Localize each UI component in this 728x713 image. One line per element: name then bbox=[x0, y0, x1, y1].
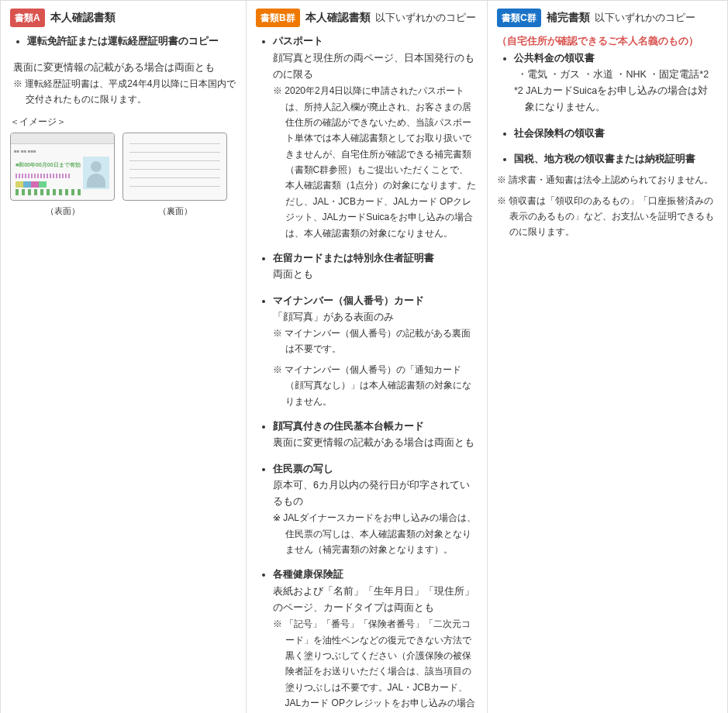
item-desc: 顔写真と現住所の両ページ、日本国発行のものに限る bbox=[273, 50, 478, 84]
list-item: 各種健康保険証 表紙および「名前」「生年月日」「現住所」のページ、カードタイプは… bbox=[273, 567, 478, 713]
list-item: マイナンバー（個人番号）カード 「顔写真」がある表面のみ マイナンバー（個人番号… bbox=[273, 293, 478, 409]
sub-bullets: ・電気 ・ガス ・水道 ・NHK ・固定電話*2 bbox=[514, 67, 718, 83]
image-row: ■■ ■■ ■■■ ■和00年00月00日まで有効 （表面） （裏面） bbox=[10, 133, 236, 219]
item-note: マイナンバー（個人番号）の記載がある裏面は不要です。 bbox=[273, 326, 478, 357]
list-item: パスポート 顔写真と現住所の両ページ、日本国発行のものに限る 2020年2月4日… bbox=[273, 33, 478, 241]
list-b: パスポート 顔写真と現住所の両ページ、日本国発行のものに限る 2020年2月4日… bbox=[256, 33, 478, 713]
title-c: 補完書類 bbox=[547, 11, 590, 23]
back-caption: （裏面） bbox=[122, 204, 227, 219]
outer-note: 請求書・通知書は法令上認められておりません。 bbox=[497, 172, 718, 188]
footnote: *2 JALカードSuicaをお申し込みの場合は対象になりません。 bbox=[514, 83, 718, 116]
item-title: 住民票の写し bbox=[273, 463, 333, 474]
item-title: マイナンバー（個人番号）カード bbox=[273, 295, 424, 306]
header-c: 書類C群 補完書類 以下いずれかのコピー bbox=[497, 9, 718, 27]
item-title: 国税、地方税の領収書または納税証明書 bbox=[514, 153, 695, 164]
item-note: 2020年2月4日以降に申請されたパスポートは、所持人記入欄が廃止され、お客さま… bbox=[273, 83, 478, 241]
item-desc: 裏面に変更情報の記載がある場合は両面とも bbox=[273, 435, 478, 451]
item-title: 顔写真付きの住民基本台帳カード bbox=[273, 421, 424, 432]
item-desc: 裏面に変更情報の記載がある場合は両面とも bbox=[13, 60, 236, 76]
item-title: 社会保険料の領収書 bbox=[514, 128, 605, 139]
subtitle-b: 以下いずれかのコピー bbox=[375, 12, 476, 23]
front-caption: （表面） bbox=[10, 204, 115, 219]
license-front-image: ■■ ■■ ■■■ ■和00年00月00日まで有効 bbox=[10, 133, 115, 201]
list-item: 住民票の写し 原本可、6カ月以内の発行日が印字されているもの JALダイナースカ… bbox=[273, 461, 478, 558]
image-label: ＜イメージ＞ bbox=[10, 114, 236, 129]
column-a: 書類A 本人確認書類 運転免許証または運転経歴証明書のコピー 裏面に変更情報の記… bbox=[0, 0, 247, 713]
item-title: 公共料金の領収書 bbox=[514, 53, 595, 64]
list-item: 在留カードまたは特別永住者証明書 両面とも bbox=[273, 250, 478, 284]
license-back-image bbox=[122, 133, 227, 201]
list-c: 公共料金の領収書 ・電気 ・ガス ・水道 ・NHK ・固定電話*2 *2 JAL… bbox=[497, 50, 718, 168]
item-title: パスポート bbox=[273, 36, 323, 46]
header-b: 書類B群 本人確認書類 以下いずれかのコピー bbox=[256, 9, 478, 27]
item-note: 運転経歴証明書は、平成24年4月以降に日本国内で交付されたものに限ります。 bbox=[13, 76, 236, 108]
item-title: 在留カードまたは特別永住者証明書 bbox=[273, 253, 434, 264]
badge-c: 書類C群 bbox=[497, 9, 541, 27]
item-desc: 両面とも bbox=[273, 267, 478, 283]
column-b: 書類B群 本人確認書類 以下いずれかのコピー パスポート 顔写真と現住所の両ペー… bbox=[247, 0, 488, 713]
badge-a: 書類A bbox=[10, 9, 45, 27]
item-note: JALダイナースカードをお申し込みの場合は、住民票の写しは、本人確認書類の対象と… bbox=[273, 510, 478, 557]
title-b: 本人確認書類 bbox=[305, 11, 371, 23]
header-a: 書類A 本人確認書類 bbox=[10, 9, 236, 27]
item-note: 「記号」「番号」「保険者番号」「二次元コード」を油性ペンなどの復元できない方法で… bbox=[273, 616, 478, 713]
title-a: 本人確認書類 bbox=[50, 11, 116, 23]
item-desc: 表紙および「名前」「生年月日」「現住所」のページ、カードタイプは両面とも bbox=[273, 584, 478, 617]
column-c: 書類C群 補完書類 以下いずれかのコピー （自宅住所が確認できるご本人名義のもの… bbox=[488, 0, 728, 713]
item-title: 各種健康保険証 bbox=[273, 569, 343, 580]
list-item: 国税、地方税の領収書または納税証明書 bbox=[514, 151, 718, 167]
badge-b: 書類B群 bbox=[256, 9, 300, 27]
list-item: 公共料金の領収書 ・電気 ・ガス ・水道 ・NHK ・固定電話*2 *2 JAL… bbox=[514, 50, 718, 116]
item-title: 運転免許証または運転経歴証明書のコピー bbox=[27, 36, 219, 46]
item-desc: 「顔写真」がある表面のみ bbox=[273, 309, 478, 326]
item-desc: 原本可、6カ月以内の発行日が印字されているもの bbox=[273, 477, 478, 511]
subtitle-c: 以下いずれかのコピー bbox=[595, 12, 695, 23]
red-note: （自宅住所が確認できるご本人名義のもの） bbox=[497, 33, 718, 50]
list-item: 社会保険料の領収書 bbox=[514, 126, 718, 142]
item-a-0: 運転免許証または運転経歴証明書のコピー bbox=[27, 33, 236, 50]
list-item: 顔写真付きの住民基本台帳カード 裏面に変更情報の記載がある場合は両面とも bbox=[273, 418, 478, 452]
item-note: マイナンバー（個人番号）の「通知カード（顔写真なし）」は本人確認書類の対象になり… bbox=[273, 362, 478, 409]
outer-note: 領収書は「領収印のあるもの」「口座振替済みの表示のあるもの」など、お支払いを証明… bbox=[497, 193, 718, 240]
